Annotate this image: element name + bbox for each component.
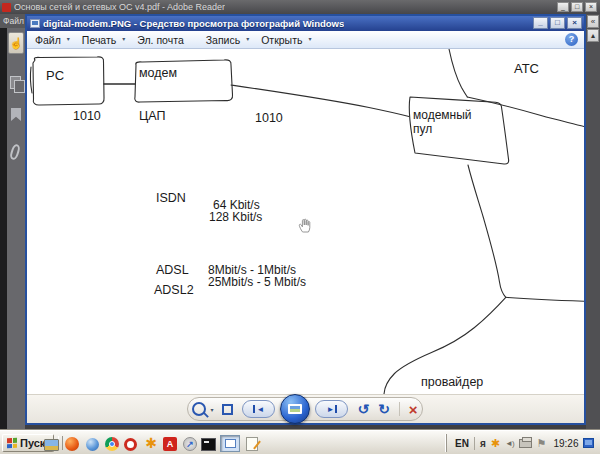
flag-tray-icon[interactable]: ⚑	[537, 438, 547, 449]
pc-box-outline	[33, 57, 104, 105]
chevron-down-icon: ▾	[122, 35, 125, 42]
pictures-folder-icon[interactable]	[44, 439, 59, 451]
next-button[interactable]: ►	[315, 400, 348, 418]
rotate-ccw-button[interactable]: ↺	[357, 402, 369, 416]
hand-tool-icon[interactable]: ☝	[8, 32, 24, 54]
opera-icon[interactable]	[124, 438, 137, 451]
internet-globe-icon[interactable]	[86, 438, 99, 451]
prev-arrow-icon: ◄	[256, 405, 264, 414]
adobe-close-button[interactable]: ×	[585, 2, 597, 12]
adsl-label: ADSL	[156, 263, 189, 277]
acrobat-icon[interactable]: A	[163, 437, 177, 451]
viewer-window-title: digital-modem.PNG - Средство просмотра ф…	[43, 18, 344, 29]
menu-file[interactable]: Файл	[35, 34, 61, 46]
share-app-icon[interactable]: ↗	[183, 437, 197, 451]
chevron-down-icon: ▾	[67, 35, 70, 42]
toolbar-divider	[399, 402, 400, 416]
bookmarks-panel-icon[interactable]	[11, 108, 21, 121]
atc-drop-line	[449, 49, 467, 97]
prev-bar-icon	[253, 405, 255, 413]
viewer-menubar: Файл ▾ Печать ▾ Эл. почта Запись ▾ Откры…	[27, 31, 584, 49]
menu-burn[interactable]: Запись	[206, 34, 240, 46]
menu-email[interactable]: Эл. почта	[137, 34, 183, 46]
viewer-close-button[interactable]: ×	[567, 17, 582, 29]
slideshow-button[interactable]	[280, 394, 310, 424]
delete-button[interactable]: ×	[409, 402, 418, 417]
provider-label: провайдер	[421, 375, 483, 389]
chevron-down-icon: ▾	[246, 35, 249, 42]
adsl2-label: ADSL2	[154, 283, 194, 297]
provider-right-line	[506, 297, 584, 301]
photo-canvas[interactable]: PC модем 1010 ЦАП 1010 АТС модемный пул …	[27, 49, 584, 394]
adobe-reader-icon	[2, 3, 11, 12]
code-right-label: 1010	[255, 111, 283, 125]
magnifier-icon	[192, 402, 206, 416]
next-arrow-icon: ►	[326, 405, 334, 414]
scroll-up-icon[interactable]: ▴	[587, 29, 599, 42]
viewer-titlebar[interactable]: digital-modem.PNG - Средство просмотра ф…	[27, 16, 584, 31]
isdn-rate2-label: 128 Kbit/s	[209, 210, 262, 224]
slideshow-icon	[288, 404, 302, 414]
viewer-maximize-button[interactable]: □	[550, 17, 565, 29]
gallery-app-icon[interactable]: ✱	[143, 435, 159, 451]
modem-label: модем	[139, 66, 177, 80]
printer-tray-icon[interactable]	[519, 439, 532, 448]
adobe-minimize-button[interactable]: _	[557, 2, 569, 12]
menu-print[interactable]: Печать	[82, 34, 116, 46]
tray-separator	[474, 437, 475, 450]
volume-icon[interactable]: ◄)	[505, 439, 514, 448]
toolbar-overflow-icon[interactable]: «	[587, 15, 599, 28]
photo-viewer-window: digital-modem.PNG - Средство просмотра ф…	[25, 14, 586, 425]
console-icon[interactable]	[201, 438, 216, 451]
adobe-file-menu[interactable]: Файл	[0, 14, 25, 28]
chevron-down-icon[interactable]: ▾	[210, 406, 213, 413]
viewer-bottom-bar: ▾ ◄ ► ↺ ↻ ×	[27, 394, 584, 423]
chevron-down-icon: ▾	[308, 35, 311, 42]
pc-label: PC	[46, 68, 64, 83]
fit-to-window-icon[interactable]	[222, 404, 233, 415]
attachments-panel-icon[interactable]	[9, 143, 22, 161]
clock[interactable]: 19:26	[553, 438, 578, 449]
atc-label: АТС	[514, 61, 539, 76]
update-tray-icon[interactable]: ✱	[491, 437, 500, 450]
taskbar: Пуск ✱ A ↗ EN я ✱ ◄) ⚑ 19:26	[0, 430, 600, 454]
adobe-window-title: Основы сетей и сетевых ОС v4.pdf - Adobe…	[14, 2, 225, 12]
viewer-toolbar: ▾ ◄ ► ↺ ↻ ×	[187, 397, 423, 421]
help-icon[interactable]: ?	[565, 33, 578, 46]
modem-pool-label-line2: пул	[413, 122, 432, 136]
zoom-control[interactable]: ▾	[192, 402, 213, 416]
hand-cursor-icon	[299, 219, 310, 232]
photo-viewer-task-button[interactable]	[220, 435, 240, 452]
chrome-icon[interactable]	[105, 437, 119, 451]
pages-panel-icon[interactable]	[10, 76, 21, 89]
atc-diagonal-line	[467, 97, 584, 127]
code-left-label: 1010	[73, 109, 101, 123]
windows-flag-icon	[7, 438, 17, 449]
adobe-restore-button[interactable]: □	[571, 2, 583, 12]
dac-label: ЦАП	[139, 109, 165, 123]
next-bar-icon	[335, 405, 337, 413]
previous-button[interactable]: ◄	[242, 400, 275, 418]
isdn-label: ISDN	[156, 191, 186, 205]
menu-open[interactable]: Открыть	[261, 34, 302, 46]
system-tray: EN я ✱ ◄) ⚑ 19:26	[446, 434, 598, 452]
adsl2-rates-label: 25Mbit/s - 5 Mbit/s	[208, 275, 306, 289]
pc-box-stray-stroke	[30, 67, 32, 93]
viewer-app-icon	[30, 19, 40, 28]
network-monitor-icon[interactable]	[583, 438, 594, 448]
adobe-reader-titlebar: Основы сетей и сетевых ОС v4.pdf - Adobe…	[0, 0, 600, 14]
network-diagram: PC модем 1010 ЦАП 1010 АТС модемный пул …	[27, 49, 584, 394]
layout-switcher-icon[interactable]: я	[480, 438, 486, 449]
notepad-icon[interactable]	[246, 437, 258, 451]
rotate-cw-button[interactable]: ↻	[378, 402, 390, 416]
firefox-icon[interactable]	[65, 437, 79, 451]
screen-left-edge	[0, 28, 7, 430]
pool-provider-line	[468, 165, 506, 297]
viewer-minimize-button[interactable]: _	[533, 17, 548, 29]
adobe-right-strip	[586, 14, 600, 430]
modem-pool-label-line1: модемный	[413, 108, 472, 122]
language-indicator[interactable]: EN	[455, 438, 469, 449]
adobe-nav-panel: ☝	[7, 28, 25, 430]
start-button-label: Пуск	[20, 437, 45, 449]
